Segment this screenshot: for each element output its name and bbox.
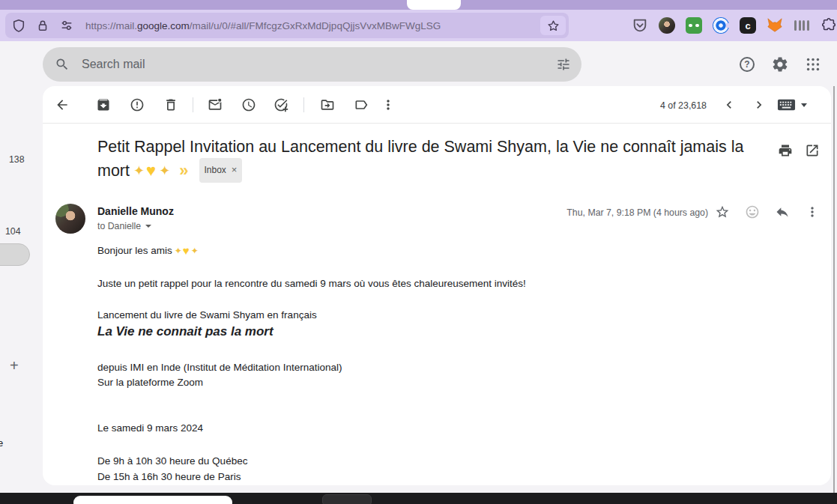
extension-row: c: [632, 17, 837, 34]
taskbar-white-pill[interactable]: [73, 496, 232, 504]
reply-button[interactable]: [775, 204, 790, 219]
book-title: La Vie ne connait pas la mort: [97, 324, 274, 339]
email-subject: Petit Rappel Invitation au Lancement du …: [97, 136, 753, 183]
sidebar-add-button[interactable]: +: [10, 357, 19, 374]
body-paragraph: depuis IMI en Inde (Institut de Méditati…: [97, 362, 342, 373]
message-toolbar: 4 of 23,618: [43, 86, 831, 124]
settings-gear-icon[interactable]: [771, 55, 789, 73]
sparkle-emoji: ✦: [159, 160, 170, 182]
message-more-button[interactable]: [805, 204, 820, 219]
recipient-text: to Danielle: [97, 221, 141, 231]
recipient-dropdown[interactable]: to Danielle: [97, 221, 151, 231]
scrollbar[interactable]: [833, 86, 835, 493]
metamask-fox-icon[interactable]: [767, 17, 783, 34]
newer-message-button[interactable]: [722, 97, 737, 112]
body-greeting: Bonjour les amis ✦ ♥ ✦: [97, 244, 199, 257]
active-tab[interactable]: [407, 0, 461, 10]
body-paragraph: Sur la plateforme Zoom: [97, 377, 203, 388]
archive-button[interactable]: [96, 97, 111, 112]
more-options-button[interactable]: [381, 97, 396, 112]
search-options-icon[interactable]: [556, 57, 571, 72]
sparkle-emoji: ✦: [175, 246, 182, 256]
toolbar-divider: [193, 97, 193, 112]
url-domain: google.com: [137, 20, 190, 31]
sidebar-count-a: 138: [9, 154, 25, 165]
importance-marker-icon: »: [179, 163, 188, 179]
sidebar-edge-letter: e: [0, 437, 3, 449]
question-glyph: ?: [744, 59, 749, 70]
yellow-heart-emoji: ♥: [183, 244, 190, 257]
lock-icon[interactable]: [36, 19, 49, 32]
message-position-count: 4 of 23,618: [660, 100, 707, 111]
body-paragraph: De 15h à 16h 30 heure de Paris: [97, 471, 241, 482]
browser-toolbar: https://mail.google.com/mail/u/0/#all/FM…: [0, 10, 837, 41]
dark-c-icon[interactable]: c: [740, 17, 756, 34]
keyboard-icon: [777, 98, 796, 112]
subject-line-1: Petit Rappel Invitation au Lancement du …: [97, 136, 753, 158]
puzzle-extensions-icon[interactable]: [821, 17, 837, 34]
search-input[interactable]: Search mail: [43, 47, 581, 82]
input-method-keyboard-button[interactable]: [777, 97, 807, 112]
taskbar: [0, 493, 837, 504]
screen: https://mail.google.com/mail/u/0/#all/FM…: [0, 0, 837, 504]
bookmark-star-button[interactable]: [540, 16, 566, 35]
search-placeholder: Search mail: [82, 58, 556, 71]
c-glyph: c: [745, 20, 750, 31]
permissions-icon[interactable]: [60, 19, 73, 32]
yellow-heart-emoji: ♥: [146, 160, 156, 182]
help-button[interactable]: ?: [738, 55, 756, 73]
sender-name: Danielle Munoz: [97, 205, 174, 217]
search-icon: [55, 57, 70, 72]
body-paragraph: De 9h à 10h 30 heure du Québec: [97, 455, 247, 467]
back-arrow-button[interactable]: [55, 97, 70, 112]
snooze-button[interactable]: [241, 97, 256, 112]
sparkle-emoji: ✦: [133, 160, 145, 182]
url-path: /mail/u/0/#all/FMfcgzGxRxMdDjpqQjjsVvxMB…: [190, 20, 441, 31]
url-prefix: https://mail.: [85, 20, 137, 31]
emoji-reaction-button[interactable]: [745, 204, 760, 219]
add-to-tasks-button[interactable]: [274, 97, 288, 112]
url-text: https://mail.google.com/mail/u/0/#all/FM…: [85, 20, 540, 31]
body-paragraph: Le samedi 9 mars 2024: [97, 422, 203, 434]
older-message-button[interactable]: [752, 97, 767, 112]
sender-avatar: [55, 204, 85, 234]
recipient-caret-icon: [145, 225, 151, 228]
address-bar[interactable]: https://mail.google.com/mail/u/0/#all/FM…: [5, 13, 569, 38]
star-message-button[interactable]: [715, 204, 730, 219]
inbox-label-text: Inbox: [205, 159, 226, 181]
shield-icon[interactable]: [12, 19, 25, 32]
sparkle-emoji: ✦: [191, 246, 199, 256]
inbox-label-chip[interactable]: Inbox ×: [199, 158, 243, 183]
toolbar-divider: [303, 97, 304, 112]
mark-unread-button[interactable]: [208, 97, 223, 112]
message-timestamp: Thu, Mar 7, 9:18 PM (4 hours ago): [566, 207, 708, 218]
email-view-card: 4 of 23,618 Petit Rappel Invitation au L…: [43, 86, 831, 485]
google-apps-grid-icon[interactable]: [804, 55, 822, 73]
subject-line-2: mort: [97, 160, 130, 182]
labels-button[interactable]: [354, 97, 369, 112]
greeting-text: Bonjour les amis: [97, 245, 172, 256]
sidebar-count-b: 104: [5, 226, 21, 237]
body-paragraph: Juste un petit rappel pour la rencontre …: [97, 278, 526, 289]
move-to-button[interactable]: [320, 97, 335, 112]
fence-icon[interactable]: [794, 17, 810, 34]
pocket-icon[interactable]: [632, 17, 648, 34]
open-in-new-window-button[interactable]: [805, 143, 820, 158]
green-bot-icon[interactable]: [686, 17, 702, 34]
taskbar-button[interactable]: [322, 494, 372, 504]
blue-ring-icon[interactable]: [713, 17, 729, 34]
profile-avatar-icon[interactable]: [659, 17, 675, 34]
remove-label-icon[interactable]: ×: [232, 159, 238, 181]
body-paragraph: Lancement du livre de Swami Shyam en fra…: [97, 309, 317, 321]
keyboard-dropdown-caret: [801, 103, 807, 107]
browser-tab-bar: [0, 0, 837, 10]
sidebar-pill-fragment[interactable]: [0, 243, 30, 266]
delete-button[interactable]: [163, 97, 178, 112]
star-icon: [547, 19, 560, 32]
print-button[interactable]: [778, 143, 793, 158]
report-spam-button[interactable]: [130, 97, 145, 112]
